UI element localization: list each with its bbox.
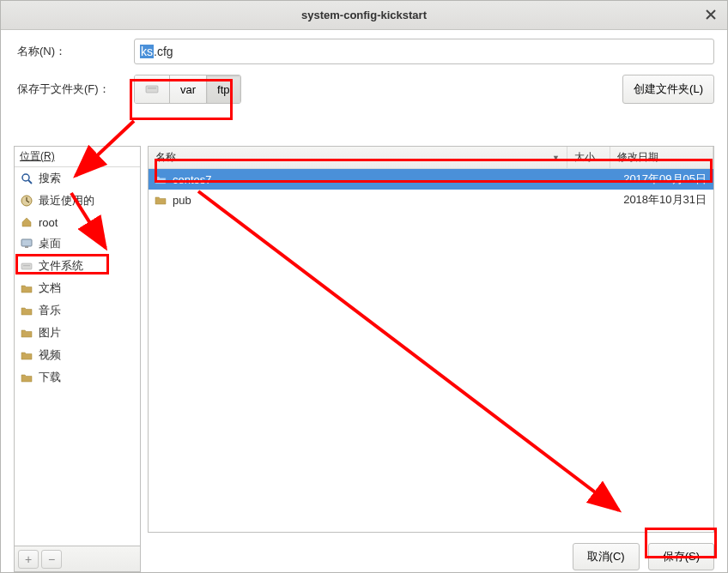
sidebar-item-pictures[interactable]: 图片	[15, 322, 140, 344]
window-title: system-config-kickstart	[301, 9, 427, 21]
sidebar-item-videos[interactable]: 视频	[15, 344, 140, 366]
file-name: centos7	[173, 173, 562, 186]
sidebar-item-desktop[interactable]: 桌面	[15, 232, 140, 255]
file-name: pub	[173, 194, 562, 207]
sidebar-item-recent[interactable]: 最近使用的	[15, 190, 140, 212]
titlebar: system-config-kickstart	[1, 1, 727, 30]
search-icon	[20, 172, 33, 185]
column-date[interactable]: 修改日期	[610, 147, 713, 168]
filename-selection: ks	[140, 45, 154, 58]
column-headers: 名称 ▼ 大小 修改日期	[149, 147, 713, 169]
folder-icon	[154, 173, 167, 185]
sidebar-item-root[interactable]: root	[15, 212, 140, 232]
sidebar-item-label: root	[39, 216, 58, 229]
sidebar-item-documents[interactable]: 文档	[15, 277, 140, 299]
svg-rect-7	[21, 263, 32, 269]
filename-rest: .cfg	[154, 45, 173, 58]
add-bookmark-button[interactable]: +	[18, 550, 39, 569]
disk-icon	[145, 82, 159, 97]
folder-icon	[20, 348, 33, 362]
dialog-actions: 取消(C) 保存(S)	[148, 533, 714, 572]
sidebar-item-filesystem[interactable]: 文件系统	[15, 255, 140, 277]
file-pane: 名称 ▼ 大小 修改日期 centos7 2017年09月05日	[148, 146, 714, 572]
file-row[interactable]: pub 2018年10月31日	[149, 190, 713, 210]
file-date: 2018年10月31日	[605, 192, 708, 208]
breadcrumb: var ftp	[134, 75, 241, 104]
path-row: 保存于文件夹(F)： var ftp 创建文件夹(L)	[14, 75, 714, 104]
desktop-icon	[20, 237, 33, 250]
file-row[interactable]: centos7 2017年09月05日	[149, 169, 713, 190]
breadcrumb-ftp[interactable]: ftp	[207, 75, 240, 103]
folder-icon	[20, 304, 33, 317]
clock-icon	[20, 194, 33, 208]
cancel-button[interactable]: 取消(C)	[573, 543, 640, 570]
breadcrumb-root[interactable]	[135, 75, 170, 103]
create-folder-button[interactable]: 创建文件夹(L)	[622, 75, 714, 104]
column-size[interactable]: 大小	[567, 147, 610, 168]
svg-line-3	[28, 180, 32, 184]
sidebar-item-label: 视频	[39, 347, 61, 363]
svg-rect-6	[25, 246, 28, 248]
breadcrumb-var[interactable]: var	[170, 75, 207, 103]
file-rows: centos7 2017年09月05日 pub 2018年10月31日	[149, 169, 713, 532]
sort-indicator-icon: ▼	[552, 154, 560, 162]
sidebar-item-downloads[interactable]: 下载	[15, 366, 140, 389]
folder-icon	[154, 194, 167, 206]
svg-rect-8	[23, 265, 30, 266]
folder-icon	[20, 326, 33, 340]
name-label: 名称(N)：	[14, 44, 134, 59]
dialog-window: system-config-kickstart 名称(N)： ks.cfg 保存…	[0, 0, 728, 573]
save-button[interactable]: 保存(S)	[648, 543, 714, 570]
places-sidebar: 位置(R) 搜索 最近使用的 root 桌面	[14, 146, 141, 572]
sidebar-item-search[interactable]: 搜索	[15, 167, 140, 190]
remove-bookmark-button[interactable]: −	[41, 550, 62, 569]
svg-rect-1	[148, 87, 156, 89]
path-label: 保存于文件夹(F)：	[14, 81, 134, 97]
name-row: 名称(N)： ks.cfg	[14, 39, 714, 64]
close-icon[interactable]	[703, 7, 719, 22]
dialog-content: 名称(N)： ks.cfg 保存于文件夹(F)： var ftp 创建文件夹(L…	[1, 30, 727, 572]
sidebar-item-label: 文件系统	[39, 258, 83, 274]
folder-icon	[20, 371, 33, 384]
sidebar-item-label: 桌面	[39, 236, 61, 251]
places-header: 位置(R)	[15, 147, 140, 167]
svg-point-2	[22, 174, 29, 181]
sidebar-item-label: 最近使用的	[39, 193, 94, 208]
svg-rect-5	[21, 239, 32, 246]
disk-icon	[20, 259, 33, 273]
sidebar-item-label: 图片	[39, 325, 61, 341]
sidebar-item-label: 音乐	[39, 303, 61, 318]
sidebar-item-label: 文档	[39, 280, 61, 296]
svg-rect-0	[146, 86, 158, 93]
file-date: 2017年09月05日	[605, 172, 708, 187]
main-area: 位置(R) 搜索 最近使用的 root 桌面	[14, 146, 714, 572]
sidebar-item-label: 下载	[39, 370, 61, 385]
column-name[interactable]: 名称 ▼	[149, 147, 567, 168]
sidebar-footer: + −	[14, 546, 141, 572]
folder-icon	[20, 281, 33, 295]
sidebar-item-music[interactable]: 音乐	[15, 299, 140, 322]
home-icon	[20, 215, 33, 229]
filename-input[interactable]: ks.cfg	[134, 39, 714, 64]
sidebar-item-label: 搜索	[39, 171, 61, 186]
